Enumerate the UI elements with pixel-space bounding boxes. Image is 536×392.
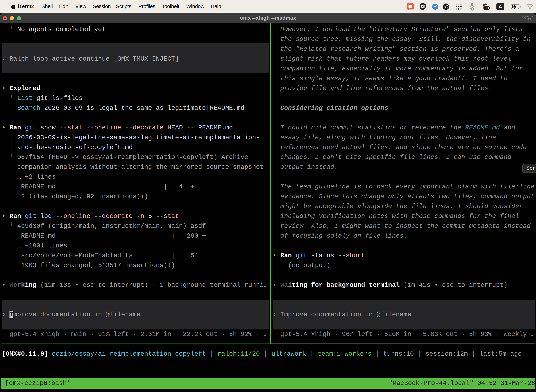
- svg-text:A: A: [498, 4, 502, 9]
- svg-text:..61: ..61: [484, 6, 489, 10]
- svg-text:1: 1: [531, 15, 533, 20]
